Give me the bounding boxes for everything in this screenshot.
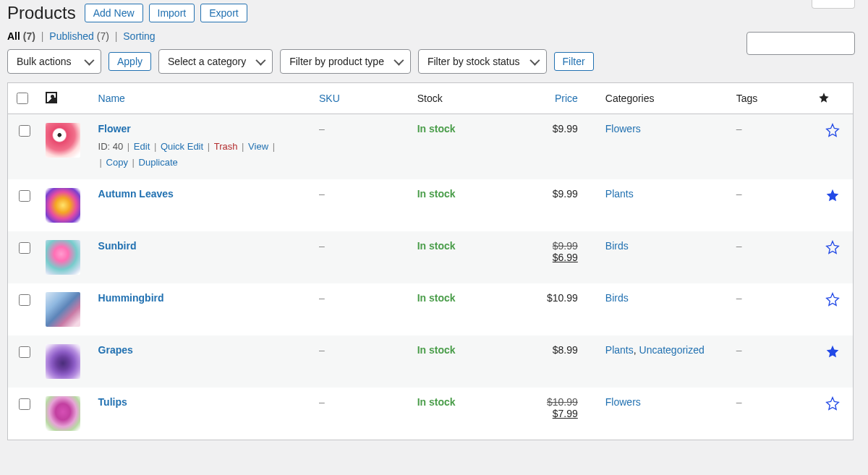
export-button[interactable]: Export (200, 4, 247, 22)
apply-button[interactable]: Apply (109, 52, 151, 71)
product-tags: – (736, 396, 742, 408)
row-checkbox[interactable] (19, 346, 30, 358)
stock-status: In stock (417, 188, 456, 200)
star-outline-icon[interactable] (825, 240, 840, 254)
import-button[interactable]: Import (149, 4, 195, 22)
col-categories: Categories (600, 83, 731, 114)
col-sku[interactable]: SKU (319, 93, 340, 104)
category-link[interactable]: Plants (605, 344, 634, 356)
product-sku: – (319, 344, 325, 356)
category-link[interactable]: Birds (605, 240, 629, 252)
star-outline-icon[interactable] (825, 292, 840, 307)
star-filled-icon[interactable] (825, 344, 840, 359)
price-sale: $7.99 (524, 408, 578, 419)
stock-status: In stock (417, 240, 456, 252)
category-link[interactable]: Uncategorized (639, 344, 705, 356)
row-checkbox[interactable] (19, 190, 30, 202)
category-filter-select[interactable]: Select a category (158, 49, 273, 74)
star-outline-icon[interactable] (825, 396, 840, 411)
star-filled-icon[interactable] (825, 188, 840, 202)
view-sorting[interactable]: Sorting (123, 30, 155, 42)
stock-status: In stock (417, 344, 456, 356)
row-actions: ID: 40 | Edit | Quick Edit | Trash | Vie… (98, 139, 307, 171)
price: $10.99 (547, 292, 578, 304)
action-duplicate[interactable]: Duplicate (139, 157, 178, 168)
chevron-down-icon (393, 56, 404, 66)
star-outline-icon[interactable] (825, 123, 840, 137)
table-row: Hummingbird–In stock$10.99Birds– (8, 283, 854, 335)
action-edit[interactable]: Edit (134, 141, 150, 152)
view-published[interactable]: Published (7) (49, 30, 111, 42)
products-table: Name SKU Stock Price Categories Tags Flo… (7, 82, 854, 440)
col-tags: Tags (731, 83, 812, 114)
action-trash[interactable]: Trash (214, 141, 238, 152)
add-new-button[interactable]: Add New (85, 4, 143, 22)
product-type-filter-select[interactable]: Filter by product type (280, 49, 411, 74)
row-checkbox[interactable] (19, 294, 30, 306)
bulk-actions-select[interactable]: Bulk actions (7, 49, 101, 74)
table-row: Autumn Leaves–In stock$9.99Plants– (8, 179, 854, 231)
price: $9.99 (553, 188, 578, 200)
product-tags: – (736, 292, 742, 304)
product-tags: – (736, 188, 742, 200)
product-sku: – (319, 396, 325, 408)
filter-button[interactable]: Filter (554, 52, 594, 71)
category-link[interactable]: Flowers (605, 396, 641, 408)
product-sku: – (319, 188, 325, 200)
category-link[interactable]: Plants (605, 188, 634, 200)
action-quick-edit[interactable]: Quick Edit (161, 141, 203, 152)
action-view[interactable]: View (248, 141, 268, 152)
select-all-checkbox[interactable] (17, 93, 28, 104)
product-tags: – (736, 240, 742, 252)
screen-options-tab[interactable] (812, 0, 855, 9)
stock-status: In stock (417, 396, 456, 408)
product-tags: – (736, 123, 742, 134)
category-link[interactable]: Birds (605, 292, 629, 304)
product-name-link[interactable]: Hummingbird (98, 292, 164, 304)
price-regular: $9.99 (524, 240, 578, 252)
chevron-down-icon (256, 56, 266, 66)
status-views: All (7) | Published (7) | Sorting (7, 30, 854, 42)
product-name-link[interactable]: Autumn Leaves (98, 188, 174, 200)
product-name-link[interactable]: Grapes (98, 344, 133, 356)
price: $9.99 (553, 123, 578, 134)
product-thumbnail[interactable] (46, 123, 80, 158)
chevron-down-icon (529, 56, 540, 66)
page-title: Products (7, 3, 76, 23)
table-row: Sunbird–In stock$9.99$6.99Birds– (8, 231, 854, 283)
product-sku: – (319, 240, 325, 252)
product-thumbnail[interactable] (46, 344, 80, 379)
col-stock: Stock (412, 83, 518, 114)
search-input[interactable] (746, 32, 855, 55)
product-thumbnail[interactable] (46, 188, 80, 223)
price: $8.99 (553, 344, 578, 356)
category-link[interactable]: Flowers (605, 123, 641, 134)
table-row: FlowerID: 40 | Edit | Quick Edit | Trash… (8, 114, 854, 180)
price-regular: $10.99 (524, 396, 578, 408)
col-name[interactable]: Name (98, 93, 125, 104)
row-checkbox[interactable] (19, 398, 30, 410)
product-tags: – (736, 344, 742, 356)
table-row: Grapes–In stock$8.99Plants, Uncategorize… (8, 335, 854, 388)
product-thumbnail[interactable] (46, 240, 80, 275)
product-name-link[interactable]: Flower (98, 123, 131, 134)
star-icon (818, 92, 830, 103)
product-name-link[interactable]: Tulips (98, 396, 127, 408)
view-all[interactable]: All (7) (7, 30, 38, 42)
table-row: Tulips–In stock$10.99$7.99Flowers– (8, 388, 854, 440)
row-checkbox[interactable] (19, 242, 30, 254)
chevron-down-icon (84, 56, 94, 66)
stock-status: In stock (417, 123, 456, 134)
product-thumbnail[interactable] (46, 396, 80, 431)
product-name-link[interactable]: Sunbird (98, 240, 137, 252)
row-checkbox[interactable] (19, 125, 30, 137)
col-price[interactable]: Price (555, 93, 578, 104)
product-sku: – (319, 292, 325, 304)
image-icon (46, 92, 57, 103)
price-sale: $6.99 (524, 252, 578, 263)
product-thumbnail[interactable] (46, 292, 80, 327)
stock-status-filter-select[interactable]: Filter by stock status (418, 49, 547, 74)
stock-status: In stock (417, 292, 456, 304)
action-copy[interactable]: Copy (106, 157, 128, 168)
product-sku: – (319, 123, 325, 134)
